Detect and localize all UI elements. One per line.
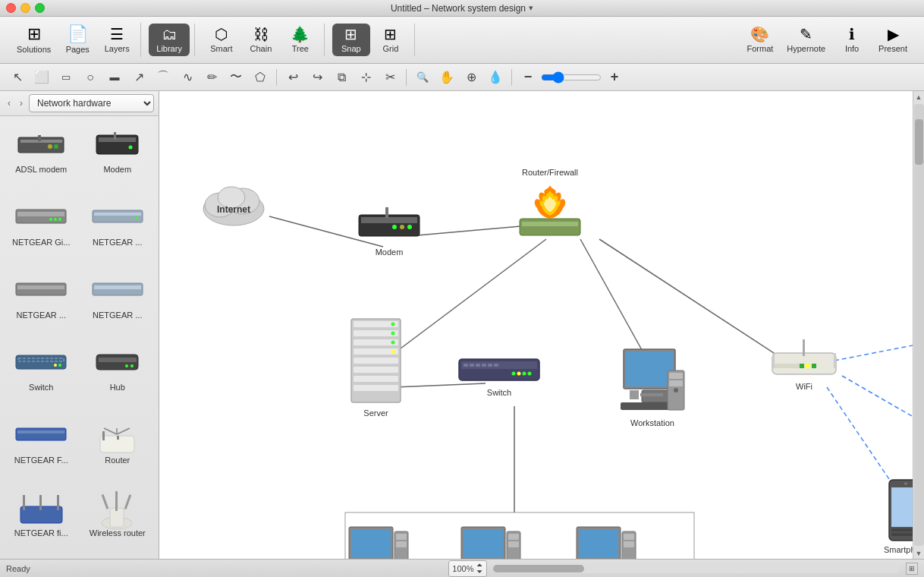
rect-select-tool[interactable]: ⬜	[30, 67, 53, 88]
curve-tool[interactable]: ∿	[176, 67, 199, 88]
svg-rect-14	[93, 210, 143, 222]
svg-rect-43	[115, 491, 118, 511]
svg-rect-147	[624, 534, 634, 540]
svg-text:Internet: Internet	[217, 204, 250, 215]
smartphone-node[interactable]: Smartphone	[884, 478, 913, 554]
svg-rect-140	[508, 541, 519, 547]
svg-rect-77	[354, 376, 398, 382]
modem-label: Modem	[103, 165, 131, 174]
layers-button[interactable]: ☰ Layers	[98, 24, 136, 56]
library-item-netgear-fi[interactable]: NETGEAR fi...	[6, 486, 77, 553]
modem-node[interactable]: Modem	[355, 203, 423, 257]
library-item-netgear-f[interactable]: NETGEAR F...	[6, 413, 77, 480]
svg-point-81	[391, 341, 395, 345]
stamp-tool[interactable]: ⊕	[460, 67, 482, 88]
arc-tool[interactable]: ⌒	[152, 67, 174, 88]
zoom-out-button[interactable]: −	[517, 67, 539, 88]
desktop1-node[interactable]: Desktop PC	[345, 525, 413, 559]
info-label: Info	[845, 44, 859, 53]
scroll-track[interactable]	[914, 104, 924, 546]
wifi-icon	[766, 338, 842, 380]
wifi-node[interactable]: WiFi	[766, 338, 842, 391]
pen-tool[interactable]: ✏	[200, 67, 223, 88]
close-button[interactable]	[6, 3, 16, 13]
text-tool[interactable]: ▬	[103, 67, 126, 88]
smart-button[interactable]: ⬡ Smart	[203, 24, 240, 56]
horizontal-scrollbar-thumb[interactable]	[493, 565, 584, 572]
horizontal-scrollbar[interactable]	[493, 564, 900, 573]
window-controls	[6, 3, 45, 13]
router-firewall-node[interactable]: Router/Firewall	[516, 166, 584, 240]
svg-point-16	[135, 216, 138, 219]
resize-handle-icon[interactable]: ⊞	[906, 563, 918, 575]
maximize-button[interactable]	[35, 3, 45, 13]
tree-button[interactable]: 🌲 Tree	[281, 24, 319, 56]
library-item-switch[interactable]: Switch	[6, 340, 77, 407]
ellipse-tool[interactable]: ○	[79, 67, 102, 88]
pages-button[interactable]: 📄 Pages	[58, 23, 96, 57]
scroll-down-arrow[interactable]: ▼	[913, 547, 925, 559]
scroll-thumb[interactable]	[915, 119, 923, 165]
svg-point-104	[674, 388, 678, 393]
rectangle-tool[interactable]: ▭	[55, 67, 77, 88]
library-item-wireless-router[interactable]: Wireless router	[83, 486, 153, 553]
internet-cloud-icon: Internet	[197, 178, 269, 228]
panel-nav-forward[interactable]: ›	[17, 96, 26, 110]
category-select[interactable]: Network hardware Network diagrams Genera…	[29, 94, 154, 112]
library-item-adsl-modem[interactable]: ADSL modem	[6, 122, 77, 189]
library-item-router[interactable]: Router	[83, 413, 153, 480]
present-button[interactable]: ▶ Present	[872, 24, 913, 56]
undo-tool[interactable]: ↩	[281, 67, 304, 88]
redo-tool[interactable]: ↪	[306, 67, 328, 88]
freehand-tool[interactable]: 〜	[225, 67, 247, 88]
library-item-netgear-gi[interactable]: NETGEAR Gi...	[6, 195, 77, 262]
zoom-control[interactable]: 100% ⏶⏷	[448, 560, 487, 577]
break-tool[interactable]: ✂	[379, 67, 401, 88]
pages-label: Pages	[66, 45, 90, 54]
desktop2-node[interactable]: Desktop PC	[457, 525, 526, 559]
library-button[interactable]: 🗂 Library	[149, 24, 190, 56]
netgear-3-label: NETGEAR ...	[17, 311, 66, 320]
shape-tool[interactable]: ⬠	[249, 67, 272, 88]
router-firewall-top-label: Router/Firewall	[522, 168, 578, 177]
connect-tool[interactable]: ⊹	[354, 67, 377, 88]
pan-tool[interactable]: ✋	[435, 67, 458, 88]
library-item-hub[interactable]: Hub	[83, 340, 153, 407]
eyedrop-tool[interactable]: 💧	[484, 67, 507, 88]
library-item-netgear-3[interactable]: NETGEAR ...	[6, 268, 77, 335]
minimize-button[interactable]	[20, 3, 30, 13]
chain-button[interactable]: ⛓ Chain	[242, 24, 280, 56]
workstation-node[interactable]: Workstation	[614, 348, 690, 427]
vertical-scrollbar[interactable]: ▲ ▼	[913, 91, 924, 559]
desktop3-node[interactable]: Desktop PC	[573, 525, 641, 559]
snap-button[interactable]: ⊞ Snap	[332, 24, 370, 56]
scroll-up-arrow[interactable]: ▲	[913, 91, 925, 102]
select-tool[interactable]: ↖	[6, 67, 29, 88]
zoom-stepper-icon[interactable]: ⏶⏷	[476, 562, 483, 575]
zoom-area-tool[interactable]: 🔍	[411, 67, 434, 88]
info-button[interactable]: ℹ Info	[833, 24, 871, 56]
line-tool[interactable]: ↗	[127, 67, 150, 88]
hypernote-icon: ✎	[800, 27, 812, 42]
clone-tool[interactable]: ⧉	[330, 67, 353, 88]
svg-rect-127	[351, 529, 391, 558]
grid-button[interactable]: ⊞ Grid	[372, 24, 410, 56]
solutions-button[interactable]: ⊞ Solutions	[11, 23, 57, 57]
panel-nav-back[interactable]: ‹	[5, 96, 14, 110]
library-item-netgear-2[interactable]: NETGEAR ...	[83, 195, 153, 262]
library-item-netgear-4[interactable]: NETGEAR ...	[83, 268, 153, 335]
solutions-label: Solutions	[17, 45, 51, 54]
hypernote-button[interactable]: ✎ Hypernote	[781, 24, 831, 56]
solutions-icon: ⊞	[27, 26, 41, 43]
title-dropdown-arrow[interactable]: ▾	[529, 3, 533, 13]
svg-rect-63	[361, 217, 417, 223]
server-node[interactable]: Server	[347, 315, 404, 418]
zoom-in-button[interactable]: +	[603, 67, 626, 88]
switch-node[interactable]: Switch	[457, 355, 541, 397]
zoom-slider[interactable]	[541, 71, 602, 84]
format-button[interactable]: 🎨 Format	[740, 24, 779, 56]
svg-rect-103	[669, 380, 683, 386]
library-item-modem[interactable]: Modem	[83, 122, 153, 189]
diagram-canvas[interactable]: Internet Modem Router/Firewall	[159, 91, 913, 559]
internet-node[interactable]: Internet	[197, 178, 269, 228]
